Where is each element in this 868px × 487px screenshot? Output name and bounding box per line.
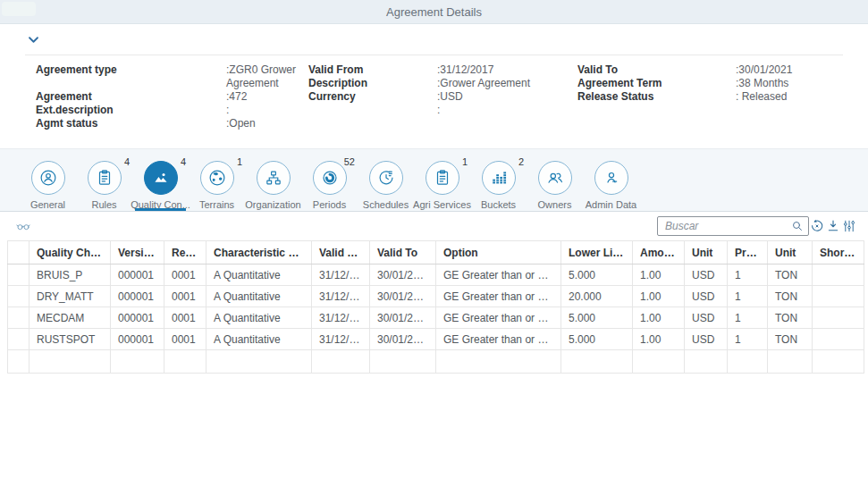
cell: 5.000 xyxy=(561,264,633,286)
cell: 1.00 xyxy=(633,329,685,350)
cell xyxy=(29,350,111,374)
table-toolbar xyxy=(0,212,868,240)
cell xyxy=(8,329,29,350)
cell: 5.000 xyxy=(561,307,633,329)
tab-label: Quality Con... xyxy=(131,199,190,210)
tab-rules[interactable]: 4Rules xyxy=(76,149,132,211)
column-header[interactable]: Valid From xyxy=(312,241,370,264)
column-header[interactable]: Prici... xyxy=(728,241,768,264)
table-row[interactable] xyxy=(8,350,864,374)
tab-buckets[interactable]: 2Buckets xyxy=(470,149,527,211)
field-value: : xyxy=(437,104,577,117)
cell: A Quantitative xyxy=(206,329,312,350)
tab-periods[interactable]: 52Periods xyxy=(301,149,358,211)
column-header[interactable]: Quality Char. xyxy=(29,241,111,264)
cell: 1 xyxy=(728,307,768,329)
cell: DRY_MATT xyxy=(29,286,111,307)
column-header[interactable]: Lower Limit xyxy=(561,241,633,264)
column-header[interactable]: Unit xyxy=(685,241,728,264)
tab-quality-con[interactable]: 4Quality Con... xyxy=(132,149,189,211)
tab-terrains[interactable]: 1Terrains xyxy=(189,149,245,211)
column-header[interactable] xyxy=(8,241,29,264)
mountains-icon xyxy=(144,161,178,195)
column-header[interactable]: Valid To xyxy=(370,241,436,264)
tab-badge: 2 xyxy=(518,156,524,167)
tab-label: General xyxy=(30,199,65,210)
field-label: Release Status xyxy=(577,90,736,104)
search-input[interactable] xyxy=(665,220,790,232)
tab-label: Organization xyxy=(245,199,300,210)
cell: 20.000 xyxy=(561,286,633,307)
cell xyxy=(813,264,864,286)
person-badge-icon xyxy=(594,161,628,195)
cell xyxy=(164,350,206,374)
quality-table-wrap: Quality Char.VersionRec...Characteristic… xyxy=(7,240,861,374)
field-label: Ext.description xyxy=(36,104,226,117)
cell xyxy=(685,350,728,374)
tab-label: Admin Data xyxy=(586,199,636,210)
cell xyxy=(111,350,164,374)
cell xyxy=(370,350,436,374)
header-panel: Agreement type:ZGR0 Grower AgreementAgre… xyxy=(0,24,868,141)
field-value: :Open xyxy=(226,117,308,130)
column-header[interactable]: Characteristic Type xyxy=(206,241,312,264)
people-icon xyxy=(538,161,572,195)
table-row[interactable]: DRY_MATT0000010001A Quantitative31/12/20… xyxy=(8,286,864,307)
cell xyxy=(436,350,561,374)
cell: 31/12/2017 xyxy=(312,286,370,307)
cell: A Quantitative xyxy=(206,286,312,307)
settings-icon[interactable] xyxy=(841,218,857,234)
person-icon xyxy=(31,161,65,195)
cell: 0001 xyxy=(164,264,206,286)
table-row[interactable]: RUSTSPOT0000010001A Quantitative31/12/20… xyxy=(8,329,864,350)
column-header[interactable]: Amount xyxy=(633,241,685,264)
search-icon[interactable] xyxy=(790,219,805,233)
column-header[interactable]: Rec... xyxy=(164,241,206,264)
tab-admin-data[interactable]: Admin Data xyxy=(583,149,639,211)
donut-icon xyxy=(313,161,347,195)
cell xyxy=(728,350,768,374)
cell xyxy=(8,286,29,307)
clock-icon xyxy=(369,161,403,195)
reset-icon[interactable] xyxy=(809,218,825,234)
column-header[interactable]: Unit xyxy=(768,241,813,264)
field-label: Agmt status xyxy=(36,117,226,130)
cell: MECDAM xyxy=(29,307,111,329)
cell xyxy=(312,350,370,374)
tab-badge: 52 xyxy=(344,156,355,167)
cell: 0001 xyxy=(164,329,206,350)
tab-schedules[interactable]: Schedules xyxy=(358,149,414,211)
glasses-icon[interactable] xyxy=(14,217,32,235)
cell xyxy=(8,350,29,374)
agreement-details-page: Agreement Details Agreement type:ZGR0 Gr… xyxy=(0,0,868,374)
cell: TON xyxy=(768,307,813,329)
cell xyxy=(768,350,813,374)
cell: 000001 xyxy=(111,307,164,329)
field-label: Valid To xyxy=(577,63,736,77)
cell: A Quantitative xyxy=(206,264,312,286)
tab-general[interactable]: General xyxy=(20,149,76,211)
page-title: Agreement Details xyxy=(386,5,482,19)
tab-badge: 1 xyxy=(237,156,242,167)
cell: 30/01/2021 xyxy=(370,286,436,307)
cell: USD xyxy=(685,329,728,350)
column-header[interactable]: Version xyxy=(111,241,164,264)
cell: 30/01/2021 xyxy=(370,264,436,286)
table-row[interactable]: MECDAM0000010001A Quantitative31/12/2017… xyxy=(8,307,864,329)
cell xyxy=(813,286,864,307)
cell: USD xyxy=(685,307,728,329)
column-header[interactable]: Short text xyxy=(813,241,864,264)
bar-chart-icon xyxy=(482,161,516,195)
tab-organization[interactable]: Organization xyxy=(245,149,301,211)
collapse-header-button[interactable] xyxy=(27,33,40,46)
column-header[interactable]: Option xyxy=(436,241,561,264)
field-label: Valid From xyxy=(308,63,437,77)
tab-owners[interactable]: Owners xyxy=(527,149,583,211)
field-label: Agreement Term xyxy=(577,77,736,90)
tab-label: Periods xyxy=(313,199,346,210)
tab-agri-services[interactable]: 1Agri Services xyxy=(414,149,470,211)
cell: GE Greater than or Equal to xyxy=(436,264,561,286)
table-row[interactable]: BRUIS_P0000010001A Quantitative31/12/201… xyxy=(8,264,864,286)
download-icon[interactable] xyxy=(825,218,841,234)
agreement-form: Agreement type:ZGR0 Grower AgreementAgre… xyxy=(0,63,868,141)
